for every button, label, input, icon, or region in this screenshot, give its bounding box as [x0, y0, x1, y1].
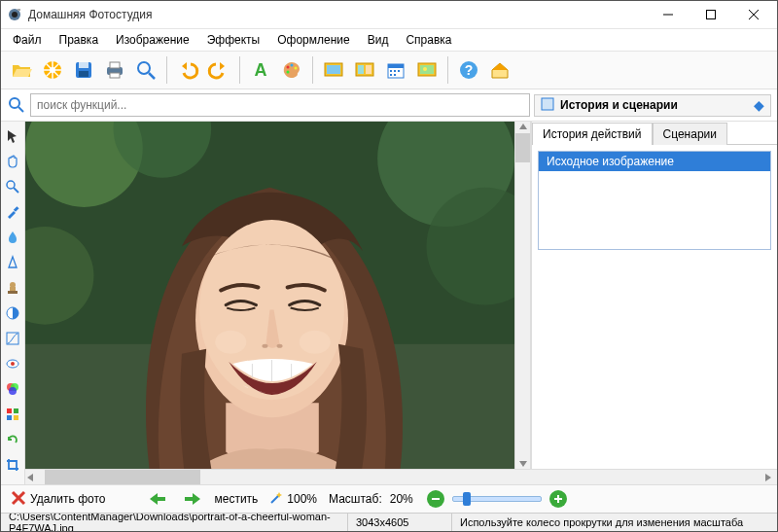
history-panel-header: История и сценарии ◆	[534, 94, 771, 117]
svg-point-23	[291, 64, 294, 67]
bottom-bar: Удалить фото местить 100% Масштаб: 20%	[1, 484, 777, 513]
maximize-button[interactable]	[690, 1, 732, 28]
color-tool[interactable]	[4, 380, 21, 398]
brush-tool[interactable]	[4, 203, 21, 221]
tab-history[interactable]: История действий	[532, 123, 653, 145]
svg-rect-14	[79, 62, 88, 68]
menu-help[interactable]: Справка	[398, 31, 459, 49]
svg-point-40	[423, 67, 427, 71]
fit-label[interactable]: местить	[214, 492, 258, 506]
svg-point-58	[9, 387, 17, 395]
svg-rect-36	[390, 74, 392, 76]
svg-point-12	[50, 67, 55, 73]
image-canvas[interactable]	[25, 122, 514, 469]
horizontal-scrollbar[interactable]	[25, 469, 777, 484]
pin-icon[interactable]: ◆	[754, 97, 764, 113]
scale-label: Масштаб:	[329, 492, 382, 506]
curves-tool[interactable]	[4, 330, 21, 347]
stamp-tool[interactable]	[4, 279, 21, 297]
status-dimensions: 3043x4605	[348, 514, 452, 531]
svg-rect-62	[14, 415, 18, 420]
catalog-button[interactable]	[38, 55, 67, 85]
tool-strip	[1, 122, 25, 484]
search-input[interactable]	[30, 93, 530, 117]
collage-button[interactable]	[350, 55, 379, 85]
zoom-slider-thumb[interactable]	[463, 492, 471, 506]
vertical-scrollbar[interactable]	[514, 122, 531, 469]
print-button[interactable]	[100, 55, 129, 85]
app-icon	[7, 7, 22, 22]
history-item[interactable]: Исходное изображение	[539, 152, 770, 171]
prev-button[interactable]	[144, 489, 171, 509]
text-tool-button[interactable]: A	[246, 55, 275, 85]
delete-icon	[11, 490, 26, 509]
menu-effects[interactable]: Эффекты	[199, 31, 268, 49]
undo-button[interactable]	[173, 55, 202, 85]
zoom-slider[interactable]	[452, 496, 542, 502]
svg-point-46	[7, 181, 15, 189]
search-toolbar-button[interactable]	[131, 55, 160, 85]
panel-icon	[541, 97, 554, 114]
svg-rect-29	[358, 65, 364, 74]
svg-point-77	[215, 331, 246, 354]
help-button[interactable]: ?	[454, 55, 483, 85]
menu-edit[interactable]: Правка	[52, 31, 107, 49]
pointer-tool[interactable]	[4, 127, 21, 145]
svg-line-44	[18, 107, 23, 112]
minimize-button[interactable]	[647, 1, 690, 28]
redo-button[interactable]	[204, 55, 233, 85]
open-button[interactable]	[7, 55, 36, 85]
svg-point-72	[262, 344, 267, 348]
svg-point-78	[300, 331, 331, 354]
redeye-tool[interactable]	[4, 355, 21, 372]
menu-image[interactable]: Изображение	[108, 31, 197, 49]
menu-file[interactable]: Файл	[5, 31, 50, 49]
svg-rect-32	[388, 64, 404, 68]
zoom-tool[interactable]	[4, 178, 21, 195]
svg-line-47	[14, 188, 18, 193]
history-tabs: История действий Сценарии	[532, 122, 777, 145]
close-button[interactable]	[732, 1, 775, 28]
save-button[interactable]	[69, 55, 98, 85]
zoom-100-button[interactable]: 100%	[265, 489, 321, 510]
hand-tool[interactable]	[4, 153, 21, 170]
canvas-wrap: История действий Сценарии Исходное изобр…	[25, 122, 777, 484]
svg-rect-15	[79, 71, 88, 77]
svg-line-81	[271, 495, 279, 503]
svg-line-20	[149, 73, 155, 79]
rotate-tool[interactable]	[4, 431, 21, 448]
hscroll-thumb[interactable]	[45, 470, 200, 484]
crop-tool[interactable]	[4, 456, 21, 474]
window-title: Домашняя Фотостудия	[28, 8, 647, 21]
delete-photo-label: Удалить фото	[30, 492, 105, 506]
postcard-button[interactable]	[412, 55, 442, 85]
svg-rect-35	[398, 70, 400, 72]
palette-button[interactable]	[277, 55, 306, 85]
menu-decor[interactable]: Оформление	[269, 31, 357, 49]
slideshow-button[interactable]	[319, 55, 348, 85]
calendar-button[interactable]	[381, 55, 410, 85]
home-button[interactable]	[485, 55, 514, 85]
sharpen-tool[interactable]	[4, 254, 21, 271]
drop-tool[interactable]	[4, 229, 21, 246]
svg-point-55	[11, 362, 15, 366]
history-list[interactable]: Исходное изображение	[538, 151, 771, 250]
zoom-in-button[interactable]	[549, 490, 567, 508]
svg-rect-50	[10, 287, 16, 291]
svg-rect-2	[18, 9, 20, 11]
tab-scenarios[interactable]: Сценарии	[653, 123, 727, 145]
zoom-out-button[interactable]	[427, 490, 444, 508]
toolbar-main: A ?	[1, 52, 777, 89]
contrast-tool[interactable]	[4, 304, 21, 322]
grid-tool[interactable]	[4, 406, 21, 423]
vscroll-thumb[interactable]	[515, 133, 530, 162]
status-bar: C:\Users\ContentManager\Downloads\portra…	[1, 513, 777, 531]
svg-rect-33	[390, 70, 392, 72]
wand-icon	[269, 491, 283, 508]
menu-view[interactable]: Вид	[360, 31, 397, 49]
delete-photo-button[interactable]: Удалить фото	[7, 488, 109, 511]
next-button[interactable]	[179, 489, 206, 509]
toolbar-separator	[312, 56, 313, 84]
svg-rect-27	[327, 65, 340, 74]
status-hint: Используйте колесо прокрутки для изменен…	[452, 514, 777, 531]
